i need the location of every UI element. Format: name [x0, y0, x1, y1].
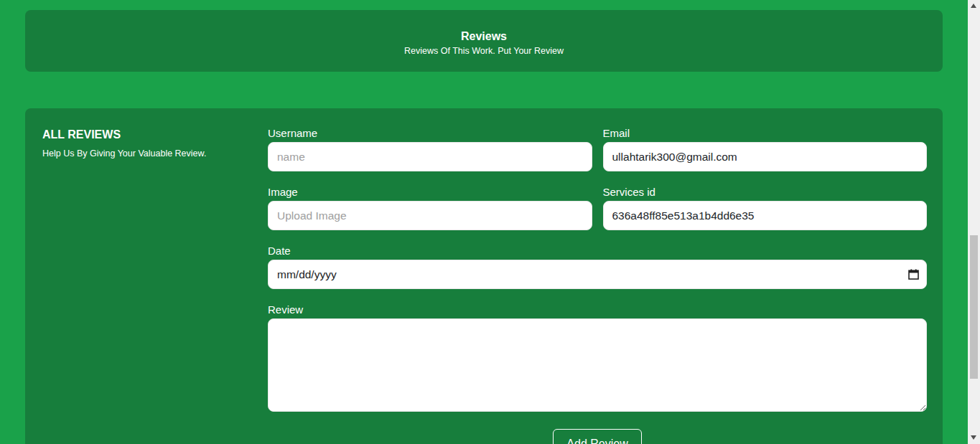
all-reviews-subtitle: Help Us By Giving Your Valuable Review.	[42, 148, 258, 159]
scroll-up-arrow-icon[interactable]	[971, 4, 976, 8]
email-input[interactable]	[603, 142, 928, 171]
services-id-input[interactable]	[603, 201, 928, 230]
image-field-group: Image	[268, 186, 592, 230]
date-label: Date	[268, 245, 927, 258]
reviews-form-card: ALL REVIEWS Help Us By Giving Your Valua…	[25, 108, 943, 444]
email-field-group: Email	[603, 127, 928, 171]
username-field-group: Username	[268, 127, 592, 171]
all-reviews-section: ALL REVIEWS Help Us By Giving Your Valua…	[42, 128, 258, 159]
image-upload-input[interactable]	[268, 201, 592, 230]
review-form: Username Email Image Services id Date	[268, 127, 927, 444]
image-label: Image	[268, 186, 592, 199]
services-id-field-group: Services id	[603, 186, 928, 230]
username-label: Username	[268, 127, 592, 140]
review-field-group: Review	[268, 303, 927, 412]
review-label: Review	[268, 303, 927, 316]
page-title: Reviews	[25, 29, 943, 43]
reviews-header-banner: Reviews Reviews Of This Work. Put Your R…	[25, 10, 943, 72]
date-input[interactable]	[268, 260, 927, 289]
all-reviews-heading: ALL REVIEWS	[42, 128, 258, 141]
review-textarea[interactable]	[268, 318, 927, 412]
email-label: Email	[603, 127, 928, 140]
date-field-group: Date	[268, 245, 927, 289]
username-input[interactable]	[268, 142, 592, 171]
scrollbar-thumb[interactable]	[970, 235, 978, 379]
vertical-scrollbar[interactable]	[968, 0, 980, 444]
scroll-down-arrow-icon[interactable]	[971, 435, 976, 440]
services-id-label: Services id	[603, 186, 928, 199]
page-subtitle: Reviews Of This Work. Put Your Review	[25, 45, 943, 57]
add-review-button[interactable]: Add Review	[553, 429, 641, 444]
